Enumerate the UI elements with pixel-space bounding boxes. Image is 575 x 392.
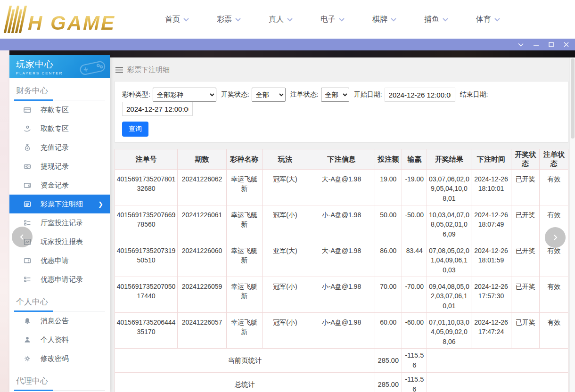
cell-bet-info: 大-A盘@1.98 [308, 170, 375, 205]
sidebar-collapse-button[interactable] [12, 227, 33, 247]
sidebar-item-recharge-record[interactable]: 充值记录 [9, 138, 110, 157]
cell-win-loss: -50.00 [402, 205, 427, 241]
sidebar-item-promo-apply[interactable]: 优惠申请 [9, 251, 110, 270]
page-summary-empty [427, 349, 568, 373]
nav-item[interactable]: 电子 [320, 15, 345, 24]
page-summary-bet-amount: 285.00 [375, 349, 402, 373]
col-draw-status: 开奖状态 [511, 149, 540, 170]
total-summary-win-loss: -115.56 [402, 373, 427, 392]
col-order-status: 注单状态 [540, 149, 568, 170]
cell-order-id: 401569173520766978560 [115, 205, 178, 241]
nav-item[interactable]: 体育 [476, 15, 501, 24]
chevron-down-icon [338, 17, 345, 22]
col-period: 期数 [178, 149, 227, 170]
desktop-background-strip [0, 50, 9, 392]
col-bet-amount: 投注额 [375, 149, 402, 170]
person-icon [24, 336, 31, 343]
total-summary-empty [427, 373, 568, 392]
panel-expand-button[interactable] [545, 227, 566, 248]
order-status-select[interactable]: 全部 [321, 88, 349, 102]
cell-order-id: 401569173520780132680 [115, 170, 178, 205]
col-draw-result: 开奖结果 [427, 149, 471, 170]
window-menu-button[interactable] [516, 41, 526, 49]
start-date-input[interactable] [385, 88, 455, 102]
close-button[interactable] [561, 41, 571, 49]
draw-status-select[interactable]: 全部 [252, 88, 286, 102]
cell-draw-status: 已开奖 [511, 241, 540, 277]
nav-item-label: 体育 [476, 15, 491, 24]
hamburger-menu-icon[interactable] [115, 67, 123, 73]
cell-draw-status: 已开奖 [511, 313, 540, 349]
chevron-left-icon [18, 233, 26, 241]
sidebar-item-lottery-bet-detail[interactable]: 彩票下注明细 ❯ [9, 195, 110, 213]
total-summary-bet-amount: 285.00 [375, 373, 402, 392]
sidebar-item-withdraw-record[interactable]: 提现记录 [9, 157, 110, 176]
cell-win-loss: -60.00 [402, 313, 427, 349]
sidebar-item-notices[interactable]: 消息公告 [9, 311, 110, 330]
cell-draw-result: 07,08,05,02,01,04,09,06,10,03 [427, 241, 471, 277]
cell-bet-amount: 19.00 [375, 170, 402, 205]
close-icon [564, 42, 569, 47]
sidebar-item-funds-record[interactable]: 资金记录 [9, 176, 110, 195]
search-button[interactable]: 查询 [122, 122, 148, 137]
main-nav: 首页 彩票 真人 电子 棋牌 捕鱼 体育 [165, 15, 501, 24]
page-summary-win-loss: -115.56 [402, 349, 427, 373]
filter-panel: 彩种类型: 全部彩种 开奖状态: 全部 注单状态: 全部 开始日期: 结束日期:… [115, 81, 568, 143]
cell-order-status: 有效 [540, 170, 568, 205]
minimize-button[interactable] [531, 41, 541, 49]
table-row: 401569173520766978560 20241226061 幸运飞艇新 … [115, 205, 568, 241]
sidebar-section-agent: 代理中心 [9, 368, 110, 391]
chevron-down-icon [390, 17, 397, 22]
sidebar-item-label: 提现记录 [41, 162, 69, 171]
cell-bet-info: 小-A盘@1.98 [308, 313, 375, 349]
ticket-icon [24, 257, 31, 264]
col-win-loss: 输赢 [402, 149, 427, 170]
sidebar-item-label: 消息公告 [41, 317, 69, 326]
table-header-row: 注单号 期数 彩种名称 玩法 下注信息 投注额 输赢 开奖结果 下注时间 开奖状… [115, 149, 568, 170]
sidebar-item-deposit[interactable]: 存款专区 [9, 100, 110, 119]
cell-play-type: 冠军(小) [262, 205, 308, 241]
chevron-down-icon [442, 17, 449, 22]
nav-item[interactable]: 捕鱼 [424, 15, 449, 24]
scrollbar-thumb[interactable] [571, 58, 575, 139]
page-summary-row: 当前页统计 285.00 -115.56 [115, 349, 568, 373]
nav-item[interactable]: 彩票 [217, 15, 241, 24]
chevron-down-icon [287, 17, 293, 22]
maximize-button[interactable] [546, 41, 556, 49]
nav-item[interactable]: 首页 [165, 15, 189, 24]
chevron-down-icon [494, 17, 501, 22]
col-play-type: 玩法 [262, 149, 308, 170]
cell-bet-amount: 50.00 [375, 205, 402, 241]
nav-item[interactable]: 棋牌 [372, 15, 397, 24]
nav-item[interactable]: 真人 [269, 15, 293, 24]
sidebar-item-label: 玩家投注报表 [41, 237, 83, 246]
sidebar-item-withdraw[interactable]: 取款专区 [9, 119, 110, 138]
total-summary-row: 总统计 285.00 -115.56 [115, 373, 568, 392]
cell-period: 20241226061 [178, 205, 227, 241]
cell-period: 20241226062 [178, 170, 227, 205]
cell-bet-time: 2024-12-26 18:07:49 [471, 205, 511, 241]
col-lottery-name: 彩种名称 [226, 149, 262, 170]
col-bet-time: 下注时间 [471, 149, 511, 170]
lottery-type-select[interactable]: 全部彩种 [153, 88, 216, 102]
window-scrollbar[interactable] [569, 57, 575, 392]
col-order-id: 注单号 [115, 149, 178, 170]
maximize-icon [549, 42, 554, 47]
chevron-down-icon [183, 17, 189, 22]
cell-bet-time: 2024-12-26 18:01:59 [471, 241, 511, 277]
brand-logo[interactable]: H GAME [7, 6, 139, 33]
sidebar-item-promo-apply-record[interactable]: 优惠申请记录 [9, 270, 110, 289]
bet-table-panel: 注单号 期数 彩种名称 玩法 下注信息 投注额 输赢 开奖结果 下注时间 开奖状… [115, 149, 568, 392]
cell-order-id: 401569173520731950510 [115, 241, 178, 277]
cell-play-type: 冠军(小) [262, 313, 308, 349]
sidebar-item-change-password[interactable]: 修改密码 [9, 349, 110, 368]
end-date-input[interactable] [122, 102, 193, 116]
cell-play-type: 冠军(小) [262, 277, 308, 313]
sidebar-item-label: 修改密码 [41, 354, 69, 363]
window-titlebar [0, 39, 575, 50]
sidebar-item-profile[interactable]: 个人资料 [9, 330, 110, 349]
cell-lottery-name: 幸运飞艇新 [226, 205, 262, 241]
cell-order-status: 有效 [540, 313, 568, 349]
cell-draw-status: 已开奖 [511, 205, 540, 241]
table-row: 401569173520731950510 20241226060 幸运飞艇新 … [115, 241, 568, 277]
